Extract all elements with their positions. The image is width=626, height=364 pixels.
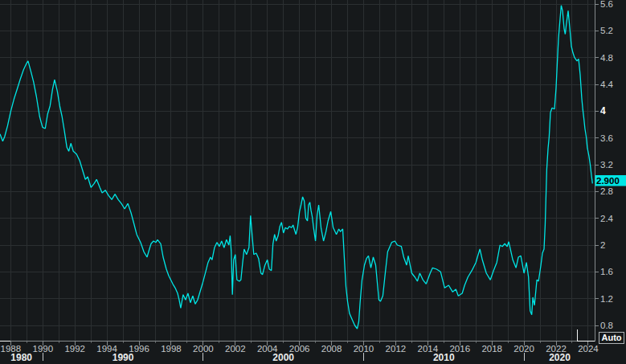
y-tick-label: 4.4: [600, 80, 614, 89]
x-tick-label: 2000: [193, 344, 214, 354]
decade-label: 2000: [272, 352, 294, 363]
price-line: [0, 6, 592, 329]
y-tick-label: 2.4: [600, 214, 614, 223]
x-tick-label: 2010: [354, 344, 374, 354]
last-price-badge: 2.900: [595, 175, 626, 186]
x-tick-label: 1998: [161, 344, 182, 354]
gridlines: [0, 0, 595, 342]
decade-axis: 19801990200020102020: [10, 352, 571, 363]
price-chart[interactable]: 1988199019921994199619982000200220042006…: [0, 0, 626, 364]
y-tick-label: 5.2: [600, 26, 613, 35]
decade-label: 1990: [113, 352, 134, 363]
y-tick-label: 4: [600, 105, 606, 117]
y-tick-label: 5.6: [600, 0, 613, 9]
y-tick-label: 4.8: [600, 53, 613, 63]
x-tick-label: 2008: [321, 344, 342, 354]
decade-label: 2010: [433, 352, 455, 363]
x-tick-label: 2020: [513, 344, 534, 354]
x-tick-label: 2018: [481, 344, 502, 354]
y-tick-label: 1.2: [600, 294, 613, 304]
x-tick-label: 1992: [64, 344, 85, 354]
x-tick-label: 2024: [578, 344, 599, 354]
x-tick-label: 2002: [225, 344, 246, 354]
y-axis[interactable]: 5.65.24.84.443.63.22.82.421.61.20.8: [595, 0, 614, 342]
y-tick-label: 2: [600, 240, 605, 250]
decade-label: 1980: [10, 352, 32, 363]
y-tick-label: 1.6: [600, 267, 613, 276]
last-price-value: 2.900: [596, 176, 620, 186]
x-tick-label: 1990: [32, 344, 53, 354]
y-tick-label: 0.8: [600, 321, 613, 330]
chart-window: 1988199019921994199619982000200220042006…: [0, 0, 626, 364]
y-tick-label: 3.6: [600, 133, 613, 143]
auto-scale-button[interactable]: Auto: [599, 332, 624, 344]
decade-label: 2020: [549, 352, 571, 363]
y-tick-label: 3.2: [600, 160, 613, 170]
y-tick-label: 2.8: [600, 186, 613, 196]
x-tick-label: 2012: [386, 344, 407, 354]
